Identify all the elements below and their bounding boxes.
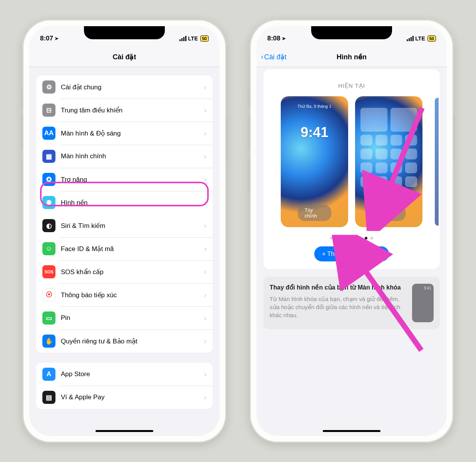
row-label: Cài đặt chung [61, 83, 204, 91]
chevron-right-icon: › [204, 245, 206, 253]
chevron-right-icon: › [204, 268, 206, 276]
wallpaper-content[interactable]: HIỆN TẠI Thứ Ba, 9 tháng 1 9:41 Tùy chỉn… [256, 67, 447, 436]
app-grid-preview [360, 108, 417, 187]
chevron-right-icon: › [204, 291, 206, 299]
settings-row-homescreen[interactable]: ▦Màn hình chính› [36, 145, 213, 168]
settings-group-1: ⚙Cài đặt chung›⊟Trung tâm điều khiển›AAM… [36, 75, 213, 353]
chevron-right-icon: › [204, 222, 206, 230]
current-section-title: HIỆN TẠI [268, 82, 435, 89]
chevron-left-icon: ‹ [261, 53, 263, 61]
row-label: Màn hình & Độ sáng [61, 129, 204, 137]
settings-row-wallet[interactable]: ▤Ví & Apple Pay› [36, 386, 213, 409]
page-dots[interactable] [268, 234, 435, 241]
wallet-icon: ▤ [42, 391, 55, 404]
page-dot[interactable] [359, 237, 362, 239]
back-label: Cài đặt [264, 53, 287, 61]
settings-row-siri[interactable]: ◐Siri & Tìm kiếm› [36, 214, 213, 237]
settings-content[interactable]: ⚙Cài đặt chung›⊟Trung tâm điều khiển›AAM… [29, 67, 220, 436]
navbar: ‹ Cài đặt Hình nền [256, 47, 447, 67]
signal-icon [407, 36, 414, 41]
tip-body: Từ Màn hình khóa của bạn, chạm và giữ để… [270, 295, 407, 319]
network-label: LTE [415, 35, 425, 42]
homescreen-icon: ▦ [42, 150, 55, 163]
chevron-right-icon: › [204, 199, 206, 207]
battery-icon: 50 [427, 35, 436, 42]
exposure-icon: ⦿ [42, 288, 55, 301]
sos-icon: SOS [42, 265, 55, 278]
settings-row-control-center[interactable]: ⊟Trung tâm điều khiển› [36, 99, 213, 122]
appstore-icon: A [42, 368, 55, 381]
battery-icon: ▭ [42, 311, 55, 325]
row-label: Trợ năng [61, 176, 204, 184]
display-icon: AA [42, 127, 55, 140]
row-label: Siri & Tìm kiếm [61, 222, 204, 230]
general-icon: ⚙ [42, 80, 55, 94]
chevron-right-icon: › [204, 106, 206, 114]
tip-card: Thay đổi hình nền của bạn từ Màn hình kh… [263, 277, 440, 329]
screen-left: 8:07 ➤ LTE 50 Cài đặt ⚙Cài đặt chung›⊟Tr… [29, 26, 220, 436]
location-icon: ➤ [55, 36, 59, 41]
settings-row-display[interactable]: AAMàn hình & Độ sáng› [36, 122, 213, 145]
back-button[interactable]: ‹ Cài đặt [261, 53, 287, 61]
page-dot[interactable] [330, 237, 333, 239]
lock-time: 9:41 [300, 124, 328, 141]
location-icon: ➤ [282, 36, 286, 41]
chevron-right-icon: › [204, 176, 206, 184]
page-title: Cài đặt [112, 53, 136, 61]
status-time: 8:07 [40, 35, 53, 42]
navbar: Cài đặt [29, 47, 220, 67]
home-indicator[interactable] [96, 430, 153, 432]
settings-row-appstore[interactable]: AApp Store› [36, 363, 213, 386]
settings-row-accessibility[interactable]: ✪Trợ năng› [36, 168, 213, 191]
lock-date: Thứ Ba, 9 tháng 1 [297, 104, 331, 109]
settings-row-faceid[interactable]: ☺Face ID & Mật mã› [36, 237, 213, 260]
page-dot[interactable] [342, 237, 344, 239]
settings-row-wallpaper[interactable]: ✺Hình nền› [36, 191, 213, 214]
customize-home-button[interactable]: Tùy chỉnh [372, 205, 406, 221]
phone-right: 8:08 ➤ LTE 50 ‹ Cài đặt Hình nền HIỆN TẠ… [250, 19, 454, 443]
chevron-right-icon: › [204, 370, 206, 378]
control-center-icon: ⊟ [42, 104, 55, 117]
chevron-right-icon: › [204, 152, 206, 161]
customize-lock-button[interactable]: Tùy chỉnh [298, 205, 332, 221]
page-dot[interactable] [336, 237, 339, 239]
page-title: Hình nền [337, 53, 367, 61]
chevron-right-icon: › [204, 337, 206, 345]
settings-group-2: AApp Store›▤Ví & Apple Pay› [36, 363, 213, 409]
status-time: 8:08 [267, 35, 280, 42]
tip-thumbnail: 9:41 [412, 284, 434, 322]
next-wallpaper-peek[interactable] [435, 98, 439, 226]
privacy-icon: ✋ [42, 335, 55, 348]
settings-row-general[interactable]: ⚙Cài đặt chung› [36, 75, 213, 99]
row-label: Thông báo tiếp xúc [61, 291, 204, 299]
lockscreen-preview[interactable]: Thứ Ba, 9 tháng 1 9:41 Tùy chỉnh [281, 96, 348, 227]
settings-row-privacy[interactable]: ✋Quyền riêng tư & Bảo mật› [36, 330, 213, 353]
row-label: Ví & Apple Pay [61, 393, 204, 401]
notch [311, 26, 392, 39]
row-label: Quyền riêng tư & Bảo mật [61, 337, 204, 345]
chevron-right-icon: › [204, 393, 206, 402]
settings-row-battery[interactable]: ▭Pin› [36, 306, 213, 330]
row-label: Màn hình chính [61, 152, 204, 160]
settings-row-sos[interactable]: SOSSOS khẩn cấp› [36, 260, 213, 283]
home-indicator[interactable] [323, 430, 380, 432]
settings-row-exposure[interactable]: ⦿Thông báo tiếp xúc› [36, 283, 213, 306]
phone-left: 8:07 ➤ LTE 50 Cài đặt ⚙Cài đặt chung›⊟Tr… [22, 19, 226, 443]
row-label: Trung tâm điều khiển [61, 106, 204, 114]
homescreen-preview[interactable]: Tùy chỉnh [355, 96, 422, 227]
current-wallpaper-card: HIỆN TẠI Thứ Ba, 9 tháng 1 9:41 Tùy chỉn… [263, 69, 440, 269]
screen-right: 8:08 ➤ LTE 50 ‹ Cài đặt Hình nền HIỆN TẠ… [256, 26, 447, 436]
page-dot[interactable] [347, 237, 350, 239]
wallpaper-icon: ✺ [42, 196, 55, 209]
notch [84, 26, 165, 39]
page-dot[interactable] [370, 237, 373, 239]
add-wallpaper-button[interactable]: + Thêm hình nền mới [314, 246, 389, 261]
row-label: Pin [61, 314, 204, 322]
wallpaper-preview-row: Thứ Ba, 9 tháng 1 9:41 Tùy chỉnh Tùy chỉ… [268, 96, 435, 227]
page-dot[interactable] [365, 237, 367, 239]
chevron-right-icon: › [204, 314, 206, 322]
row-label: Face ID & Mật mã [61, 245, 204, 253]
network-label: LTE [188, 35, 198, 42]
page-dot[interactable] [353, 237, 356, 239]
tip-thumb-time: 9:41 [424, 286, 431, 290]
